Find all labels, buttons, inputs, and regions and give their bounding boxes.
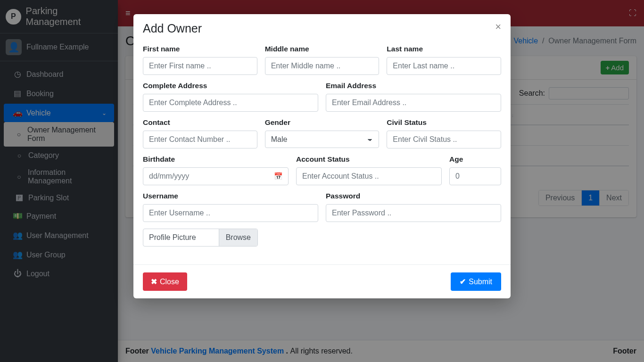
first-name-input[interactable] bbox=[143, 57, 257, 75]
close-button[interactable]: ✖Close bbox=[143, 272, 187, 291]
label-civil: Civil Status bbox=[387, 118, 501, 127]
age-input[interactable] bbox=[449, 167, 501, 185]
birthdate-input[interactable] bbox=[143, 167, 289, 185]
label-email: Email Address bbox=[326, 82, 501, 90]
file-label: Profile Picture bbox=[143, 229, 219, 246]
browse-button[interactable]: Browse bbox=[219, 229, 257, 246]
submit-button[interactable]: ✔Submit bbox=[451, 272, 501, 291]
last-name-input[interactable] bbox=[387, 57, 501, 75]
label-gender: Gender bbox=[265, 118, 380, 127]
label-username: Username bbox=[143, 192, 318, 200]
civil-input[interactable] bbox=[387, 131, 501, 148]
add-owner-modal: Add Owner × First name Middle name Last … bbox=[133, 14, 511, 298]
label-address: Complete Address bbox=[143, 82, 318, 90]
modal-body: First name Middle name Last name Complet… bbox=[133, 43, 511, 264]
label-first-name: First name bbox=[143, 45, 257, 53]
profile-picture-upload[interactable]: Profile Picture Browse bbox=[143, 229, 258, 247]
close-icon: ✖ bbox=[151, 277, 157, 286]
label-contact: Contact bbox=[143, 118, 257, 127]
username-input[interactable] bbox=[143, 204, 318, 222]
label-birthdate: Birthdate bbox=[143, 155, 289, 164]
close-button-label: Close bbox=[160, 278, 179, 286]
label-acct-status: Account Status bbox=[296, 155, 442, 164]
label-last-name: Last name bbox=[387, 45, 501, 53]
modal-header: Add Owner × bbox=[133, 14, 511, 43]
gender-select[interactable]: Male bbox=[265, 131, 380, 148]
calendar-icon[interactable]: 📅 bbox=[274, 172, 283, 181]
password-input[interactable] bbox=[326, 204, 501, 222]
contact-input[interactable] bbox=[143, 131, 257, 148]
modal-title: Add Owner bbox=[143, 22, 202, 35]
email-input[interactable] bbox=[326, 94, 501, 112]
label-password: Password bbox=[326, 192, 501, 200]
address-input[interactable] bbox=[143, 94, 318, 112]
check-icon: ✔ bbox=[460, 277, 466, 286]
label-middle-name: Middle name bbox=[265, 45, 380, 53]
acct-status-input[interactable] bbox=[296, 167, 442, 185]
modal-close-icon[interactable]: × bbox=[495, 22, 501, 32]
label-age: Age bbox=[449, 155, 501, 164]
modal-footer: ✖Close ✔Submit bbox=[133, 265, 511, 298]
middle-name-input[interactable] bbox=[265, 57, 380, 75]
submit-button-label: Submit bbox=[469, 278, 492, 286]
